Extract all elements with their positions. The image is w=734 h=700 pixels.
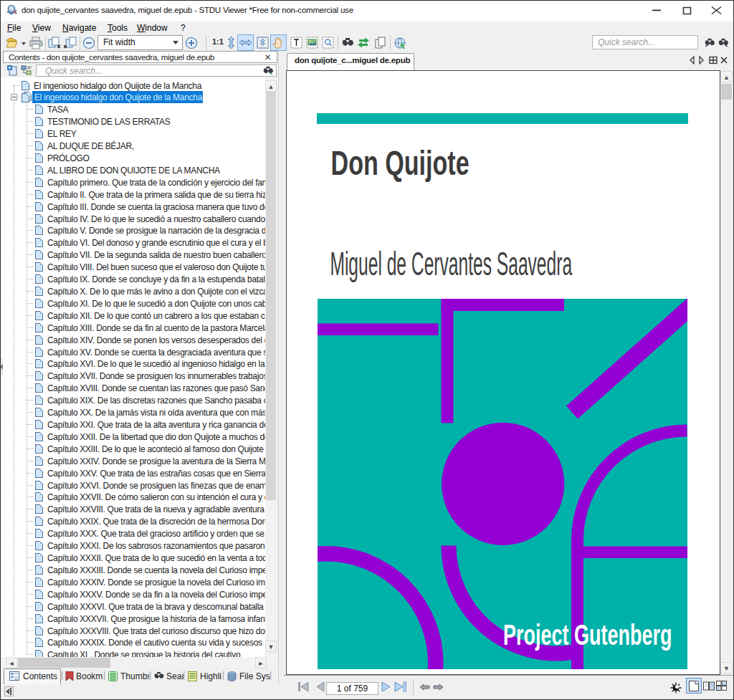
svg-text:Miguel de Cervantes Saavedra: Miguel de Cervantes Saavedra: [330, 245, 572, 282]
svg-text:Don Quijote: Don Quijote: [331, 144, 470, 182]
svg-text:Project Gutenberg: Project Gutenberg: [503, 618, 672, 651]
